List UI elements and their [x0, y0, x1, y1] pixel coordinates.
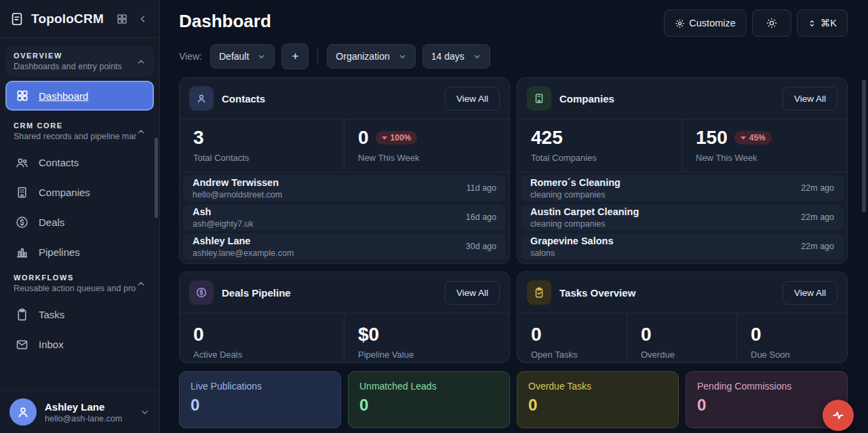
tasks-view-all-button[interactable]: View All [783, 281, 837, 305]
company-category: salons [530, 248, 794, 258]
contact-email: ashley.lane@example.com [193, 248, 459, 258]
chevron-up-icon[interactable] [136, 279, 146, 288]
card-title: Tasks Overview [559, 287, 774, 299]
stat-label: Pipeline Value [358, 350, 496, 360]
sidebar-item-deals[interactable]: Deals [5, 208, 154, 237]
mini-card-label: Pending Commissions [697, 381, 836, 392]
company-row[interactable]: Grapevine Salons salons 22m ago [521, 233, 844, 260]
card-title: Companies [559, 93, 774, 105]
sidebar-scrollbar[interactable] [155, 138, 158, 218]
mini-card-value: 0 [359, 396, 498, 415]
deals-icon [15, 215, 29, 229]
overdue-tasks-card[interactable]: Overdue Tasks 0 [517, 371, 679, 428]
deals-view-all-button[interactable]: View All [445, 281, 500, 305]
section-title: OVERVIEW [14, 52, 136, 60]
sidebar-item-companies[interactable]: Companies [5, 178, 154, 207]
stat-value: 0 [751, 324, 762, 345]
date-range-value: 14 days [431, 51, 465, 62]
unmatched-leads-card[interactable]: Unmatched Leads 0 [348, 371, 510, 428]
sidebar-item-contacts[interactable]: Contacts [5, 148, 154, 177]
companies-icon [15, 185, 29, 200]
stat-new-this-week: 150 45% New This Week [682, 119, 847, 172]
sun-icon [766, 18, 777, 29]
command-palette-button[interactable]: ⌘K [797, 10, 848, 37]
main-content: Dashboard Customize ⌘K [160, 0, 868, 433]
page-title: Dashboard [179, 11, 271, 32]
section-title: CRM CORE [14, 121, 136, 130]
mini-card-label: Live Publications [191, 381, 330, 392]
sidebar-item-label: Companies [39, 187, 90, 198]
section-overview[interactable]: OVERVIEW Dashboards and entry points [5, 46, 154, 77]
view-label: View: [179, 51, 202, 62]
date-range-select[interactable]: 14 days [422, 44, 490, 69]
contact-age: 11d ago [467, 183, 496, 193]
stat-value: $0 [358, 324, 379, 345]
contact-row[interactable]: Ashley Lane ashley.lane@example.com 30d … [183, 233, 506, 260]
stat-value: 425 [531, 128, 563, 149]
stat-label: Total Contacts [193, 153, 330, 163]
company-row[interactable]: Austin Carpet Cleaning cleaning companie… [521, 204, 844, 231]
section-workflows[interactable]: WORKFLOWS Reusable action queues and pro… [5, 268, 154, 299]
stat-overdue: 0 Overdue [627, 314, 737, 363]
sidebar-item-label: Tasks [39, 309, 64, 320]
sidebar-item-inbox[interactable]: Inbox [5, 330, 154, 359]
section-subtitle: Reusable action queues and proc... [14, 284, 136, 293]
company-category: cleaning companies [530, 190, 794, 200]
chevron-down-icon[interactable] [140, 407, 150, 417]
pipelines-icon [15, 245, 29, 259]
contacts-icon [189, 86, 214, 111]
company-name: Austin Carpet Cleaning [530, 206, 794, 217]
mini-card-value: 0 [191, 396, 330, 415]
user-menu[interactable]: Ashley Lane hello@ash-lane.com [0, 390, 159, 433]
gear-icon [675, 18, 685, 29]
stat-label: New This Week [358, 153, 496, 163]
mini-card-value: 0 [528, 396, 667, 415]
chevron-up-icon[interactable] [136, 127, 146, 136]
companies-view-all-button[interactable]: View All [783, 87, 837, 111]
dashboard-icon [16, 89, 29, 102]
view-select[interactable]: Default [210, 44, 275, 69]
sidebar-header: TopoloCRM [0, 0, 159, 38]
stat-value: 0 [641, 324, 652, 345]
theme-toggle-button[interactable] [752, 10, 791, 37]
stat-label: Overdue [641, 350, 723, 360]
trend-value: 45% [749, 133, 766, 143]
contacts-icon [15, 155, 29, 170]
sidebar-item-dashboard[interactable]: Dashboard [5, 81, 154, 111]
contact-age: 16d ago [466, 212, 496, 222]
company-row[interactable]: Romero´s Cleaning cleaning companies 22m… [521, 175, 844, 202]
deals-icon [189, 280, 214, 305]
sidebar-item-label: Dashboard [39, 90, 88, 102]
customize-label: Customize [689, 18, 736, 29]
add-view-button[interactable]: + [281, 43, 309, 69]
contact-row[interactable]: Ash ash@eighty7.uk 16d ago [183, 204, 506, 231]
sidebar-item-tasks[interactable]: Tasks [5, 300, 154, 329]
live-publications-card[interactable]: Live Publications 0 [179, 371, 341, 428]
contacts-view-all-button[interactable]: View All [445, 87, 500, 111]
companies-card: Companies View All 425 Total Companies 1… [517, 77, 848, 264]
app-window: TopoloCRM OVERVIEW Dashboards and entry … [0, 0, 868, 433]
stat-label: Open Tasks [531, 350, 613, 360]
collapse-sidebar-icon[interactable] [136, 12, 150, 26]
company-category: cleaning companies [530, 219, 794, 229]
sidebar-item-label: Pipelines [39, 246, 80, 258]
apps-grid-icon[interactable] [115, 12, 130, 26]
chevron-down-icon [257, 52, 266, 61]
contacts-card: Contacts View All 3 Total Contacts 0 100… [179, 77, 510, 264]
dashboard-toolbar: View: Default + Organization 14 days [179, 43, 848, 69]
activity-fab-button[interactable] [823, 400, 854, 431]
company-age: 22m ago [801, 212, 834, 222]
trend-down-icon [741, 136, 746, 140]
user-name: Ashley Lane [45, 401, 132, 413]
main-scrollbar[interactable] [862, 79, 866, 212]
customize-button[interactable]: Customize [664, 10, 747, 37]
contact-row[interactable]: Andrew Terwissen hello@arnoldstreet.com … [183, 175, 506, 202]
chevron-up-icon[interactable] [136, 57, 146, 67]
stat-value: 0 [531, 324, 542, 345]
contact-name: Ashley Lane [193, 236, 459, 246]
contact-email: ash@eighty7.uk [193, 219, 459, 229]
section-crm-core[interactable]: CRM CORE Shared records and pipeline man… [5, 116, 154, 147]
sidebar-item-pipelines[interactable]: Pipelines [5, 238, 154, 267]
scope-select[interactable]: Organization [327, 44, 415, 69]
avatar [9, 398, 37, 426]
